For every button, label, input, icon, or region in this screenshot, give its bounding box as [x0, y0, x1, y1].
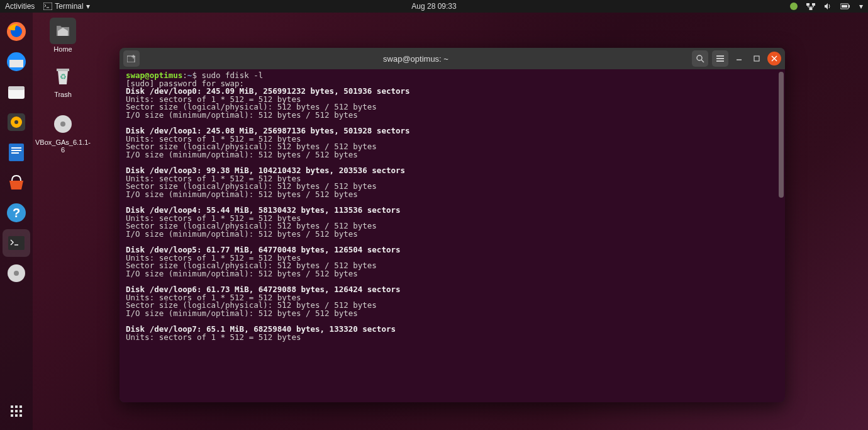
apps-grid-icon	[11, 405, 22, 417]
svg-rect-22	[11, 147, 21, 149]
svg-rect-24	[11, 152, 19, 154]
clock[interactable]: Aug 28 09:33	[411, 2, 456, 11]
new-tab-button[interactable]	[123, 50, 140, 67]
dock-firefox[interactable]	[3, 18, 30, 45]
svg-point-38	[697, 55, 702, 60]
network-icon[interactable]	[806, 3, 815, 10]
svg-rect-31	[57, 69, 69, 71]
dock-help[interactable]: ?	[3, 199, 30, 227]
close-button[interactable]	[767, 52, 781, 65]
disk-line: I/O size (minimum/optimal): 512 bytes / …	[126, 230, 779, 239]
svg-rect-4	[810, 8, 813, 10]
svg-rect-0	[43, 3, 52, 10]
svg-rect-3	[812, 3, 815, 6]
terminal-content[interactable]: swap@optimus:~$ sudo fdisk -l [sudo] pas…	[120, 69, 785, 402]
svg-rect-44	[754, 56, 759, 61]
svg-rect-15	[9, 60, 23, 67]
disk-line: I/O size (minimum/optimal): 512 bytes / …	[126, 270, 779, 278]
desktop-vbox-label: VBox_GAs_6.1.1-6	[35, 139, 91, 154]
dock: ?	[0, 13, 33, 430]
disk-line: I/O size (minimum/optimal): 512 bytes / …	[126, 111, 779, 120]
dock-rhythmbox[interactable]	[3, 108, 30, 136]
terminal-icon	[43, 3, 52, 10]
maximize-icon	[754, 55, 760, 62]
dock-writer[interactable]	[3, 139, 30, 166]
new-tab-icon	[127, 55, 136, 62]
dock-files[interactable]	[3, 78, 30, 106]
hamburger-icon	[716, 55, 725, 62]
svg-point-20	[14, 120, 18, 124]
disk-block: Disk /dev/loop7: 65.1 MiB, 68259840 byte…	[126, 325, 779, 341]
minimize-button[interactable]	[732, 52, 746, 65]
svg-point-34	[60, 122, 65, 127]
window-title: swap@optimus: ~	[140, 54, 692, 64]
svg-text:?: ?	[13, 206, 20, 220]
svg-line-39	[701, 60, 704, 62]
disk-block: Disk /dev/loop6: 61.73 MiB, 64729088 byt…	[126, 286, 779, 317]
desktop-home[interactable]: Home	[38, 18, 88, 53]
volume-icon[interactable]	[824, 3, 832, 10]
dock-thunderbird[interactable]	[3, 48, 30, 76]
chevron-down-icon[interactable]: ▾	[859, 2, 863, 11]
disk-block: Disk /dev/loop3: 99.38 MiB, 104210432 by…	[126, 167, 779, 198]
scrollbar[interactable]	[779, 72, 784, 198]
desktop-trash-label: Trash	[54, 91, 72, 98]
dock-disc[interactable]	[3, 259, 30, 287]
disk-line: I/O size (minimum/optimal): 512 bytes / …	[126, 191, 779, 199]
svg-rect-23	[11, 150, 21, 151]
maximize-button[interactable]	[750, 52, 764, 65]
disk-line: I/O size (minimum/optimal): 512 bytes / …	[126, 151, 779, 159]
desktop-vbox-disc[interactable]: VBox_GAs_6.1.1-6	[38, 111, 88, 154]
menu-button[interactable]	[712, 50, 728, 67]
disk-block: Disk /dev/loop4: 55.44 MiB, 58130432 byt…	[126, 207, 779, 238]
show-applications[interactable]	[3, 397, 30, 425]
search-button[interactable]	[692, 50, 708, 67]
dock-terminal[interactable]	[3, 229, 30, 257]
svg-rect-10	[849, 5, 850, 8]
top-bar: Activities Terminal ▾ Aug 28 09:33 ▾	[0, 0, 868, 13]
terminal-window: swap@optimus: ~ swap@optimus:~$ sudo fdi…	[120, 48, 785, 402]
update-indicator-icon[interactable]	[790, 3, 798, 10]
desktop-home-label: Home	[53, 45, 72, 53]
svg-point-30	[14, 271, 19, 276]
disk-line: Units: sectors of 1 * 512 = 512 bytes	[126, 334, 779, 342]
disk-line: I/O size (minimum/optimal): 512 bytes / …	[126, 310, 779, 318]
svg-rect-17	[8, 86, 25, 90]
desktop-trash[interactable]: ♻ Trash	[38, 63, 88, 98]
search-icon	[696, 54, 704, 63]
svg-rect-27	[8, 236, 25, 250]
titlebar[interactable]: swap@optimus: ~	[120, 48, 785, 69]
minimize-icon	[736, 55, 742, 62]
disk-block: Disk /dev/loop1: 245.08 MiB, 256987136 b…	[126, 127, 779, 159]
app-menu[interactable]: Terminal ▾	[43, 2, 89, 11]
close-icon	[771, 55, 777, 62]
disk-block: Disk /dev/loop5: 61.77 MiB, 64770048 byt…	[126, 246, 779, 278]
chevron-down-icon: ▾	[86, 2, 90, 11]
dock-software[interactable]	[3, 169, 30, 196]
disk-block: Disk /dev/loop0: 245.09 MiB, 256991232 b…	[126, 88, 779, 119]
svg-text:♻: ♻	[60, 72, 67, 81]
svg-rect-11	[842, 5, 847, 8]
app-menu-label: Terminal	[55, 2, 83, 11]
svg-rect-2	[806, 3, 810, 6]
activities-button[interactable]: Activities	[5, 2, 35, 11]
battery-icon[interactable]	[840, 3, 850, 9]
